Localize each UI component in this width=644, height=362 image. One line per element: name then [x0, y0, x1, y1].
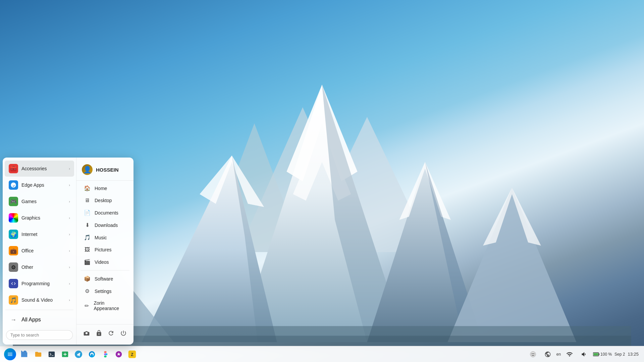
search-input[interactable] [6, 330, 73, 340]
taskbar-places[interactable] [19, 348, 31, 360]
taskbar-software[interactable] [59, 348, 71, 360]
place-home[interactable]: 🏠 Home [78, 182, 131, 194]
accessories-icon: 🧰 [9, 164, 18, 173]
taskbar-system-tray: en 100 % Sep 2 13:25 [527, 348, 644, 360]
programming-label: Programming [21, 281, 65, 286]
battery-percentage: 100 % [600, 352, 612, 357]
settings-icon: ⚙ [84, 288, 91, 294]
pictures-label: Pictures [95, 247, 112, 252]
taskbar-app9[interactable]: Z [126, 348, 138, 360]
power-button[interactable] [117, 327, 129, 339]
place-desktop[interactable]: 🖥 Desktop [78, 195, 131, 206]
svg-rect-25 [104, 355, 106, 357]
system-settings[interactable]: ⚙ Settings [78, 285, 131, 297]
category-office[interactable]: 💼 Office › [5, 243, 74, 259]
menu-left-panel: 🧰 Accessories › Edge Apps › 🎮 Games › [3, 158, 76, 345]
place-music[interactable]: 🎵 Music [78, 232, 131, 243]
svg-rect-33 [599, 353, 599, 355]
system-software[interactable]: 📦 Software [78, 273, 131, 285]
avatar: 👤 [82, 164, 93, 175]
graphics-arrow: › [69, 216, 70, 220]
documents-label: Documents [95, 210, 118, 216]
accessories-arrow: › [69, 167, 70, 171]
programming-icon [9, 279, 18, 288]
settings-label: Settings [95, 289, 112, 294]
taskbar: Z en 100 % Sep 2 13:25 [0, 346, 644, 362]
games-label: Games [21, 199, 65, 204]
programming-arrow: › [69, 282, 70, 286]
zorin-appearance-icon: ✏ [84, 303, 90, 309]
svg-rect-23 [104, 351, 106, 353]
taskbar-telegram[interactable] [72, 348, 85, 360]
volume-icon[interactable] [578, 348, 590, 360]
all-apps-icon: → [9, 315, 18, 324]
taskbar-figma[interactable] [99, 348, 111, 360]
system-zorin-appearance[interactable]: ✏ Zorin Appearance [78, 298, 131, 314]
software-label: Software [95, 276, 113, 282]
all-apps-label: All Apps [21, 317, 41, 323]
office-icon: 💼 [9, 246, 18, 255]
wifi-icon[interactable] [564, 348, 576, 360]
category-graphics[interactable]: Graphics › [5, 210, 74, 226]
other-arrow: › [69, 265, 70, 269]
place-videos[interactable]: 🎬 Videos [78, 256, 131, 268]
category-edge-apps[interactable]: Edge Apps › [5, 177, 74, 193]
zorin-menu-button[interactable] [4, 348, 16, 360]
category-programming[interactable]: Programming › [5, 276, 74, 292]
graphics-label: Graphics [21, 215, 65, 221]
places-divider [80, 270, 129, 270]
place-documents[interactable]: 📄 Documents [78, 207, 131, 219]
office-arrow: › [69, 249, 70, 253]
taskbar-terminal[interactable] [46, 348, 58, 360]
svg-point-29 [530, 351, 536, 357]
all-apps-item[interactable]: → All Apps [5, 312, 74, 328]
home-icon: 🏠 [84, 185, 91, 191]
category-other[interactable]: ⚙ Other › [5, 259, 74, 275]
svg-point-22 [89, 351, 95, 357]
battery-indicator[interactable]: 100 % [593, 352, 612, 357]
internet-icon: 🌍 [9, 230, 18, 239]
edge-apps-label: Edge Apps [21, 182, 65, 188]
sound-video-icon: 🎵 [9, 295, 18, 305]
taskbar-apps: Z [0, 348, 138, 360]
lock-button[interactable] [93, 327, 105, 339]
edge-apps-icon [9, 180, 18, 190]
category-games[interactable]: 🎮 Games › [5, 193, 74, 209]
documents-icon: 📄 [84, 209, 91, 216]
categories-scroll[interactable]: 🧰 Accessories › Edge Apps › 🎮 Games › [3, 160, 76, 308]
place-downloads[interactable]: ⬇ Downloads [78, 219, 131, 231]
graphics-icon [9, 213, 18, 223]
sound-video-label: Sound & Video [21, 297, 65, 303]
office-label: Office [21, 248, 65, 253]
svg-text:Z: Z [131, 352, 133, 357]
games-arrow: › [69, 199, 70, 203]
svg-rect-34 [594, 353, 598, 355]
home-label: Home [95, 186, 107, 191]
menu-right-panel: 👤 HOSSEIN 🏠 Home 🖥 Desktop 📄 Documents ⬇… [76, 158, 133, 345]
category-accessories[interactable]: 🧰 Accessories › [5, 161, 74, 177]
music-icon: 🎵 [84, 234, 91, 241]
category-internet[interactable]: 🌍 Internet › [5, 226, 74, 242]
svg-point-26 [106, 353, 108, 355]
app-menu: 🧰 Accessories › Edge Apps › 🎮 Games › [3, 158, 133, 345]
refresh-button[interactable] [105, 327, 117, 339]
taskbar-network-icon[interactable] [542, 348, 554, 360]
taskbar-app8[interactable] [113, 348, 125, 360]
edge-apps-arrow: › [69, 183, 70, 187]
time-display[interactable]: 13:25 [628, 352, 639, 357]
place-pictures[interactable]: 🖼 Pictures [78, 244, 131, 255]
category-sound-video[interactable]: 🎵 Sound & Video › [5, 292, 74, 308]
desktop-label: Desktop [95, 198, 112, 203]
desktop-icon: 🖥 [84, 197, 91, 203]
language-indicator[interactable]: en [556, 352, 561, 357]
taskbar-face-icon[interactable] [527, 348, 539, 360]
screenshot-button[interactable] [80, 327, 93, 339]
zorin-appearance-label: Zorin Appearance [94, 300, 126, 311]
taskbar-files[interactable] [32, 348, 44, 360]
categories-divider [5, 310, 73, 310]
taskbar-edge[interactable] [86, 348, 98, 360]
date-display[interactable]: Sep 2 [614, 352, 625, 357]
accessories-label: Accessories [21, 166, 65, 171]
music-label: Music [95, 235, 107, 240]
games-icon: 🎮 [9, 197, 18, 206]
